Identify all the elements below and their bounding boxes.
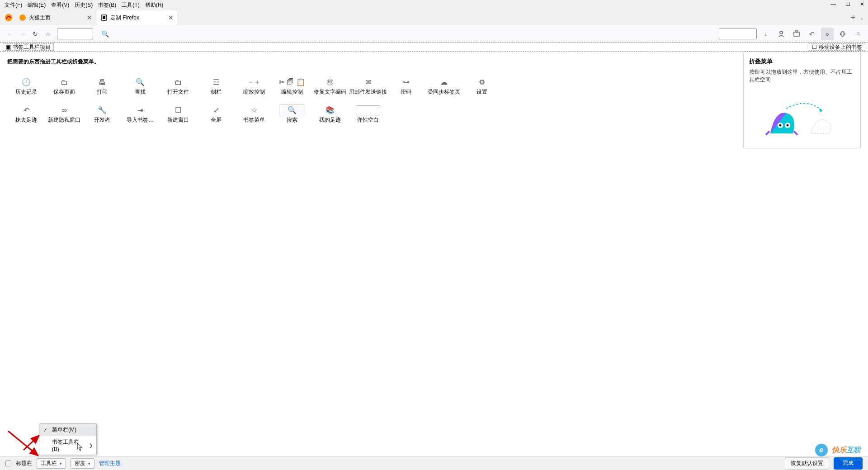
app-menu-button[interactable]: ≡: [852, 28, 864, 40]
overflow-button[interactable]: »: [821, 28, 834, 40]
tool-icon: 🔧: [98, 104, 107, 116]
tool-icon: ⚙: [479, 76, 485, 88]
popup-item-bookmarks-toolbar[interactable]: 书签工具栏(B) ❯: [39, 436, 96, 455]
extensions-button[interactable]: [836, 28, 849, 40]
forget-button[interactable]: ↶: [806, 28, 818, 40]
tool-item[interactable]: 🔍搜索: [273, 100, 311, 128]
overflow-illustration: [749, 93, 855, 142]
back-button[interactable]: ←: [4, 28, 16, 40]
svg-rect-3: [103, 16, 105, 19]
menu-tools[interactable]: 工具(T): [119, 0, 142, 10]
tool-label: 修复文字编码: [314, 88, 346, 96]
dropdown-label: 工具栏: [41, 460, 57, 467]
svg-point-9: [779, 124, 782, 127]
tool-item[interactable]: ☲侧栏: [197, 72, 235, 100]
tab-list-button[interactable]: ⌄: [860, 15, 863, 20]
tool-icon: 🗀: [175, 76, 182, 88]
forward-button[interactable]: →: [16, 28, 29, 40]
dropdown-label: 密度: [75, 460, 85, 467]
density-dropdown[interactable]: 密度 ▾: [71, 458, 94, 469]
tool-item[interactable]: ✂ 🗐 📋编辑控制: [273, 72, 311, 100]
tool-item[interactable]: ☐新建窗口: [159, 100, 197, 128]
menu-help[interactable]: 帮助(H): [142, 0, 166, 10]
watermark: e 快乐互联 www.55.la: [815, 444, 861, 456]
menu-file[interactable]: 文件(F): [2, 0, 25, 10]
tool-icon: − +: [249, 76, 259, 88]
tab-close-icon[interactable]: ✕: [87, 14, 92, 21]
window-minimize[interactable]: —: [830, 1, 836, 7]
tool-label: 编辑控制: [281, 88, 303, 96]
window-maximize[interactable]: ☐: [844, 1, 851, 7]
window-controls: — ☐ ✕: [830, 1, 865, 7]
reload-button[interactable]: ↻: [29, 28, 42, 40]
window-close[interactable]: ✕: [859, 1, 865, 7]
tool-label: 打印: [97, 88, 108, 96]
menu-view[interactable]: 查看(V): [48, 0, 72, 10]
tool-item[interactable]: ⊶密码: [387, 72, 425, 100]
tool-label: 我的足迹: [319, 116, 341, 124]
popup-item-menubar[interactable]: ✓ 菜单栏(M): [39, 424, 96, 436]
tab-title: 火狐主页: [29, 14, 87, 22]
tool-icon: ✂ 🗐 📋: [279, 76, 305, 88]
new-tab-button[interactable]: +: [850, 13, 855, 23]
titlebar-checkbox[interactable]: [5, 461, 11, 466]
menu-edit[interactable]: 编辑(E): [25, 0, 48, 10]
submenu-arrow-icon: ❯: [89, 443, 93, 448]
tool-icon: ☁: [440, 76, 448, 88]
tool-label: 导入书签…: [127, 116, 154, 124]
toolbars-dropdown[interactable]: 工具栏 ▾: [37, 458, 66, 469]
restore-defaults-button[interactable]: 恢复默认设置: [785, 457, 829, 470]
mobile-bookmarks-chip[interactable]: ☐ 移动设备上的书签: [809, 43, 865, 51]
tool-item[interactable]: 弹性空白: [349, 100, 387, 128]
tool-label: 新建窗口: [167, 116, 189, 124]
bookmarks-toolbar-chip[interactable]: ▣ 书签工具栏项目: [3, 43, 54, 51]
tool-item[interactable]: ㊞修复文字编码: [311, 72, 349, 100]
svg-rect-6: [796, 31, 797, 32]
bookmarks-toolbar: ▣ 书签工具栏项目 ☐ 移动设备上的书签: [0, 43, 868, 52]
tool-item[interactable]: ⇥导入书签…: [121, 100, 159, 128]
tool-item[interactable]: − +缩放控制: [235, 72, 273, 100]
account-button[interactable]: [775, 28, 788, 40]
tool-item[interactable]: ✉用邮件发送链接: [349, 72, 387, 100]
tool-item[interactable]: ∞新建隐私窗口: [45, 100, 83, 128]
customize-footer: 标题栏 工具栏 ▾ 密度 ▾ 管理主题 恢复默认设置 完成: [0, 456, 868, 470]
tool-item[interactable]: 🕘历史记录: [7, 72, 45, 100]
downloads-button[interactable]: ↓: [760, 28, 772, 40]
tab-close-icon[interactable]: ✕: [168, 14, 174, 21]
tool-icon: ☐: [175, 104, 181, 116]
tool-item[interactable]: 🔧开发者: [83, 100, 121, 128]
tab-customize[interactable]: 定制 Firefox ✕: [97, 10, 177, 25]
tool-icon: ⤢: [213, 104, 219, 116]
tool-grid: 🕘历史记录🗀保存页面🖶打印🔍查找🗀打开文件☲侧栏− +缩放控制✂ 🗐 📋编辑控制…: [7, 72, 514, 128]
tab-favicon-icon: [100, 14, 108, 21]
menu-bookmarks[interactable]: 书签(B): [95, 0, 119, 10]
customize-panel: 把需要的东西拖进工具栏或折叠菜单。 🕘历史记录🗀保存页面🖶打印🔍查找🗀打开文件☲…: [0, 52, 868, 456]
tool-item[interactable]: 🗀保存页面: [45, 72, 83, 100]
tool-item[interactable]: 🗀打开文件: [159, 72, 197, 100]
nav-toolbar: ← → ↻ ⌂ 🔍 ↓ ↶ » ≡: [0, 25, 868, 43]
customize-instruction: 把需要的东西拖进工具栏或折叠菜单。: [7, 58, 861, 66]
svg-point-1: [19, 14, 26, 21]
tool-label: 用邮件发送链接: [349, 88, 387, 96]
tool-icon: ⊶: [402, 76, 410, 88]
tool-item[interactable]: ☆书签菜单: [235, 100, 273, 128]
tool-item[interactable]: ⚙设置: [463, 72, 501, 100]
tab-firefox-home[interactable]: 火狐主页 ✕: [15, 10, 96, 25]
tool-item[interactable]: ↶抹去足迹: [7, 100, 45, 128]
tool-icon: ↶: [24, 104, 29, 116]
home-button[interactable]: ⌂: [42, 28, 54, 40]
tool-item[interactable]: ☁受同步标签页: [425, 72, 463, 100]
url-bar[interactable]: [57, 28, 93, 39]
tool-label: 书签菜单: [243, 116, 265, 124]
tool-icon: 🗀: [61, 76, 68, 88]
tool-item[interactable]: ⤢全屏: [197, 100, 235, 128]
tool-item[interactable]: 📚我的足迹: [311, 100, 349, 128]
tool-item[interactable]: 🔍查找: [121, 72, 159, 100]
screenshot-button[interactable]: [790, 28, 803, 40]
tool-item[interactable]: 🖶打印: [83, 72, 121, 100]
svg-point-13: [824, 126, 827, 130]
menu-history[interactable]: 历史(S): [72, 0, 95, 10]
search-bar[interactable]: [719, 28, 757, 39]
search-icon[interactable]: 🔍: [99, 28, 111, 40]
manage-themes-link[interactable]: 管理主题: [99, 460, 121, 467]
